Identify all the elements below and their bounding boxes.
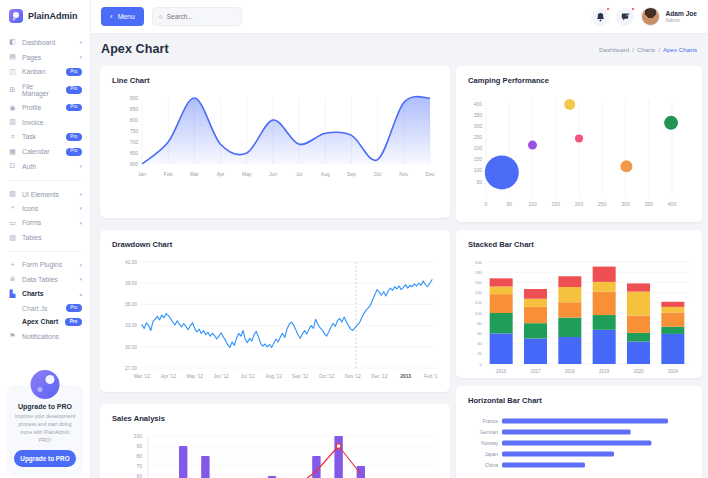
svg-text:80: 80: [477, 321, 482, 326]
svg-text:150: 150: [474, 156, 483, 162]
sidebar-item-invoice[interactable]: ▥Invoice: [0, 115, 90, 130]
notification-dot: [606, 7, 611, 12]
svg-text:39.00: 39.00: [125, 281, 137, 286]
svg-text:150: 150: [552, 201, 561, 207]
line-chart-card: Line Chart JanFebMarAprMayJunJulAugSepOc…: [100, 66, 450, 218]
plainadmin-logo-icon: [9, 9, 23, 23]
svg-text:300: 300: [621, 201, 630, 207]
svg-text:400: 400: [668, 201, 677, 207]
svg-text:Mar: Mar: [190, 171, 199, 177]
svg-text:Norway: Norway: [481, 440, 498, 446]
sidebar-item-label: Notifications: [22, 333, 59, 340]
sidebar-item-task[interactable]: ≡TaskPro: [0, 130, 90, 145]
sidebar-item-pages[interactable]: ▤Pages▾: [0, 50, 90, 65]
svg-text:100: 100: [475, 311, 483, 316]
breadcrumb-separator: /: [632, 46, 634, 53]
svg-text:Nov: Nov: [399, 171, 408, 177]
svg-text:33.00: 33.00: [125, 323, 137, 328]
sidebar-item-label: Charts: [22, 290, 44, 297]
dashboard-icon: ◧: [8, 38, 17, 46]
sidebar-divider: [9, 251, 81, 252]
sales-analysis-chart: 1009080706050403020100: [112, 430, 438, 478]
svg-text:120: 120: [475, 300, 483, 305]
svg-text:850: 850: [130, 106, 139, 112]
sidebar-item-label: Invoice: [22, 119, 44, 126]
sidebar-item-kanban[interactable]: ◫KanbanPro: [0, 65, 90, 80]
chevron-down-icon: ▴: [79, 291, 82, 297]
menu-label: Menu: [118, 13, 135, 20]
sidebar-item-label: Tables: [22, 234, 42, 241]
sidebar-item-notifications[interactable]: ⚑Notifications: [0, 329, 90, 344]
svg-text:China: China: [485, 462, 498, 468]
invoice-icon: ▥: [8, 118, 17, 126]
chart-title: Horizontal Bar Chart: [468, 396, 690, 405]
svg-text:60: 60: [136, 473, 142, 478]
chevron-down-icon: ▾: [79, 276, 82, 282]
charts-icon: ▙: [8, 290, 17, 298]
svg-text:36.00: 36.00: [125, 302, 137, 307]
sidebar-item-label: Icons: [22, 205, 38, 212]
sidebar-item-auth[interactable]: ⊡Auth▾: [0, 159, 90, 174]
svg-text:Dec '12: Dec '12: [371, 374, 387, 379]
drawdown-chart: 42.0039.0036.0033.0030.0027.00Mar '12Apr…: [112, 256, 438, 388]
breadcrumb-dashboard[interactable]: Dashboard: [599, 46, 629, 53]
notifications-button[interactable]: [591, 8, 609, 26]
svg-text:650: 650: [130, 150, 139, 156]
svg-text:40: 40: [477, 341, 482, 346]
svg-text:German: German: [480, 429, 498, 435]
svg-text:20: 20: [477, 351, 482, 356]
user-role: Admin: [665, 17, 697, 23]
sidebar-item-form-plugins[interactable]: +Form Plugins▾: [0, 258, 90, 272]
profile-icon: ◉: [8, 104, 17, 112]
svg-text:140: 140: [475, 290, 483, 295]
svg-text:May '12: May '12: [186, 374, 203, 379]
forms-icon: ▭: [8, 219, 17, 227]
form-plugins-icon: +: [8, 261, 17, 268]
svg-text:Oct: Oct: [374, 171, 382, 177]
horizontal-bar-chart: FranceGermanNorwayJapanChina: [468, 412, 690, 478]
sidebar-item-charts[interactable]: ▙Charts▴: [0, 287, 90, 302]
sidebar-item-file-manager[interactable]: ⊞File ManagerPro: [0, 79, 90, 100]
upgrade-button[interactable]: Upgrade to PRO: [14, 450, 76, 467]
sidebar-divider: [9, 180, 81, 181]
svg-text:2018: 2018: [565, 369, 576, 374]
chart-title: Camping Performance: [468, 76, 690, 85]
user-menu[interactable]: Adam Joe Admin: [641, 7, 697, 26]
svg-text:70: 70: [136, 463, 142, 469]
sidebar-item-label: Dashboard: [22, 39, 55, 46]
sidebar-subitem-apex-chart[interactable]: Apex ChartPro: [0, 315, 90, 329]
bubble-chart-card: Camping Performance 05010015020025030035…: [456, 66, 702, 222]
svg-text:Jul: Jul: [296, 171, 302, 177]
svg-text:2019: 2019: [599, 369, 610, 374]
sidebar-subitem-chart-js[interactable]: Chart JsPro: [0, 301, 90, 315]
breadcrumb-apex-charts[interactable]: Apex Charts: [663, 46, 697, 53]
chart-title: Drawdown Chart: [112, 240, 438, 249]
svg-text:350: 350: [645, 201, 654, 207]
notifications-icon: ⚑: [8, 332, 17, 340]
sidebar-item-calendar[interactable]: ▦CalendarPro: [0, 144, 90, 159]
sidebar-item-dashboard[interactable]: ◧Dashboard▾: [0, 35, 90, 50]
sidebar-item-profile[interactable]: ◉ProfilePro: [0, 100, 90, 115]
ui-elements-icon: ▧: [8, 190, 17, 198]
app-logo[interactable]: PlainAdmin: [0, 0, 90, 31]
breadcrumb: Dashboard/Charts/Apex Charts: [599, 46, 697, 53]
sidebar-item-ui-elements[interactable]: ▧UI Elements▾: [0, 187, 90, 202]
svg-text:Mar '12: Mar '12: [134, 374, 150, 379]
svg-text:Japan: Japan: [484, 451, 498, 457]
app-name: PlainAdmin: [28, 11, 78, 21]
sidebar-item-data-tables[interactable]: ≣Data Tables▾: [0, 272, 90, 287]
line-chart: JanFebMarAprMayJunJulAugSepOctNovDec9008…: [112, 92, 438, 208]
svg-text:50: 50: [476, 179, 482, 185]
messages-button[interactable]: [616, 8, 634, 26]
sidebar-item-forms[interactable]: ▭Forms▾: [0, 215, 90, 230]
sidebar-item-tables[interactable]: ▨Tables: [0, 230, 90, 245]
svg-text:60: 60: [477, 331, 482, 336]
pro-badge: Pro: [66, 148, 82, 156]
svg-text:80: 80: [136, 453, 142, 459]
search-input[interactable]: [167, 13, 235, 20]
menu-toggle-button[interactable]: ‹ Menu: [101, 7, 144, 26]
sidebar-item-icons[interactable]: *Icons▾: [0, 202, 90, 216]
svg-text:350: 350: [474, 112, 483, 118]
breadcrumb-charts[interactable]: Charts: [637, 46, 655, 53]
search-box[interactable]: [152, 7, 242, 26]
